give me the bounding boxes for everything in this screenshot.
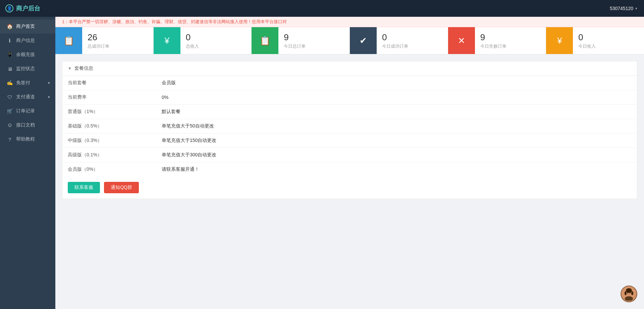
nav-icon-0: 🏠 — [7, 23, 13, 30]
stat-card-5: ¥ 0 今日收入 — [546, 27, 644, 54]
avatar-face — [621, 286, 637, 302]
svg-point-2 — [626, 288, 632, 293]
nav-icon-1: ℹ — [7, 38, 13, 44]
stat-text-0: 26 总成功订单 — [82, 29, 115, 53]
stat-number-5: 0 — [578, 32, 596, 43]
pkg-key-4: 中级版（0.3%） — [62, 134, 156, 148]
sidebar: 👤 商户后台 🏠 商户首页 ℹ 商户信息 📱 余额充值 🖥 监控状态 ✍ 免签付… — [0, 0, 55, 309]
pkg-row-1: 当前费率 0% — [62, 90, 637, 105]
nav-icon-2: 📱 — [7, 52, 13, 58]
stat-number-3: 0 — [382, 32, 408, 43]
nav-label-2: 余额充值 — [16, 52, 35, 58]
nav-icon-6: 🛒 — [7, 108, 13, 114]
sidebar-header: 👤 商户后台 — [0, 0, 55, 17]
pkg-value-6: 请联系客服开通！ — [156, 162, 637, 177]
stat-label-5: 今日收入 — [578, 43, 596, 49]
sidebar-item-2[interactable]: 📱 余额充值 — [0, 48, 55, 62]
sidebar-item-3[interactable]: 🖥 监控状态 — [0, 62, 55, 76]
nav-icon-5: 🛡 — [7, 94, 13, 100]
stat-number-1: 0 — [186, 32, 199, 43]
nav-icon-7: ⊙ — [7, 122, 13, 128]
sidebar-item-1[interactable]: ℹ 商户信息 — [0, 34, 55, 48]
stat-label-1: 总收入 — [186, 43, 199, 49]
sidebar-item-8[interactable]: ? 帮助教程 — [0, 132, 55, 146]
stat-card-2: 📋 9 今日总订单 — [252, 27, 350, 54]
contact-service-button[interactable]: 联系客服 — [68, 182, 100, 193]
nav-icon-3: 🖥 — [7, 66, 13, 72]
sidebar-nav: 🏠 商户首页 ℹ 商户信息 📱 余额充值 🖥 监控状态 ✍ 免签付 ▾ 🛡 支付… — [0, 17, 55, 309]
stat-number-2: 9 — [284, 32, 306, 43]
pkg-row-6: 会员版（0%） 请联系客服开通！ — [62, 162, 637, 177]
nav-icon-8: ? — [7, 137, 13, 142]
pkg-value-3: 单笔充值大于50自动更改 — [156, 119, 637, 134]
notify-qq-button[interactable]: 通知QQ群 — [104, 182, 139, 193]
nav-label-7: 接口文档 — [16, 122, 35, 128]
nav-label-6: 订单记录 — [16, 108, 35, 114]
stat-text-2: 9 今日总订单 — [278, 29, 311, 53]
avatar-icon — [622, 287, 636, 301]
pkg-key-6: 会员版（0%） — [62, 162, 156, 177]
stat-card-4: ✕ 9 今日失败订单 — [448, 27, 546, 54]
pkg-key-0: 当前套餐 — [62, 76, 156, 90]
avatar-bottom[interactable] — [621, 286, 637, 302]
stat-icon-2: 📋 — [252, 27, 278, 54]
pkg-row-3: 基础版（0.5%） 单笔充值大于50自动更改 — [62, 119, 637, 134]
stat-icon-0: 📋 — [55, 27, 82, 54]
nav-label-4: 免签付 — [16, 80, 30, 86]
pkg-value-1: 0% — [156, 90, 637, 105]
stat-icon-3: ✔ — [350, 27, 377, 54]
stat-text-4: 9 今日失败订单 — [475, 29, 512, 53]
stats-row: 📋 26 总成功订单 ¥ 0 总收入 📋 9 今日总订单 — [55, 27, 644, 54]
stat-label-3: 今日成功订单 — [382, 43, 408, 49]
pkg-key-1: 当前费率 — [62, 90, 156, 105]
stat-card-3: ✔ 0 今日成功订单 — [350, 27, 448, 54]
pkg-value-5: 单笔充值大于300自动更改 — [156, 148, 637, 162]
stat-text-5: 0 今日收入 — [573, 29, 601, 53]
pkg-key-3: 基础版（0.5%） — [62, 119, 156, 134]
user-name[interactable]: 530745120 — [610, 6, 633, 11]
logo-icon: 👤 — [5, 4, 13, 12]
sidebar-item-6[interactable]: 🛒 订单记录 — [0, 104, 55, 118]
svg-point-3 — [625, 291, 627, 295]
stat-card-1: ¥ 0 总收入 — [154, 27, 252, 54]
svg-point-5 — [627, 293, 628, 294]
pkg-value-2: 默认套餐 — [156, 105, 637, 119]
package-table-wrapper: 当前套餐 会员版 当前费率 0% 普通版（1%） 默认套餐 基础版（0.5%） … — [62, 76, 637, 176]
sidebar-item-5[interactable]: 🛡 支付通道 ▾ — [0, 90, 55, 104]
stat-icon-1: ¥ — [154, 27, 180, 54]
topbar: 530745120 ▾ — [55, 0, 644, 17]
sidebar-item-7[interactable]: ⊙ 接口文档 — [0, 118, 55, 132]
svg-point-1 — [625, 296, 633, 301]
stat-number-4: 9 — [480, 32, 506, 43]
nav-arrow-4: ▾ — [48, 81, 50, 85]
pkg-value-4: 单笔充值大于150自动更改 — [156, 134, 637, 148]
pkg-row-0: 当前套餐 会员版 — [62, 76, 637, 90]
stat-text-3: 0 今日成功订单 — [377, 29, 414, 53]
pkg-row-2: 普通版（1%） 默认套餐 — [62, 105, 637, 119]
sidebar-item-0[interactable]: 🏠 商户首页 — [0, 19, 55, 34]
collapse-icon: ▼ — [68, 66, 72, 71]
stat-number-0: 26 — [88, 32, 109, 43]
nav-label-0: 商户首页 — [16, 23, 35, 30]
section-header[interactable]: ▼ 套餐信息 — [62, 61, 637, 76]
pkg-key-2: 普通版（1%） — [62, 105, 156, 119]
package-table: 当前套餐 会员版 当前费率 0% 普通版（1%） 默认套餐 基础版（0.5%） … — [62, 76, 637, 176]
stat-label-2: 今日总订单 — [284, 43, 306, 49]
stat-icon-5: ¥ — [546, 27, 573, 54]
content-area: ▼ 套餐信息 当前套餐 会员版 当前费率 0% 普通版（1%） 默认套餐 基础版… — [55, 54, 644, 309]
nav-label-5: 支付通道 — [16, 94, 35, 100]
user-dropdown-arrow[interactable]: ▾ — [635, 6, 637, 11]
package-section: ▼ 套餐信息 当前套餐 会员版 当前费率 0% 普通版（1%） 默认套餐 基础版… — [62, 61, 637, 199]
nav-label-3: 监控状态 — [16, 66, 35, 72]
nav-icon-4: ✍ — [7, 80, 13, 86]
stat-card-0: 📋 26 总成功订单 — [55, 27, 154, 54]
sidebar-item-4[interactable]: ✍ 免签付 ▾ — [0, 76, 55, 90]
notice-text: 1：本平台严禁一切淫秽、涉赌、政治、钓鱼、诈骗、理财、借贷、封建迷信等非法网站接… — [62, 19, 287, 24]
pkg-row-5: 高级版（0.1%） 单笔充值大于300自动更改 — [62, 148, 637, 162]
svg-point-4 — [631, 291, 633, 295]
notice-bar: 1：本平台严禁一切淫秽、涉赌、政治、钓鱼、诈骗、理财、借贷、封建迷信等非法网站接… — [55, 17, 644, 27]
section-title: 套餐信息 — [74, 65, 93, 71]
pkg-value-0: 会员版 — [156, 76, 637, 90]
nav-label-8: 帮助教程 — [16, 136, 35, 142]
pkg-row-4: 中级版（0.3%） 单笔充值大于150自动更改 — [62, 134, 637, 148]
